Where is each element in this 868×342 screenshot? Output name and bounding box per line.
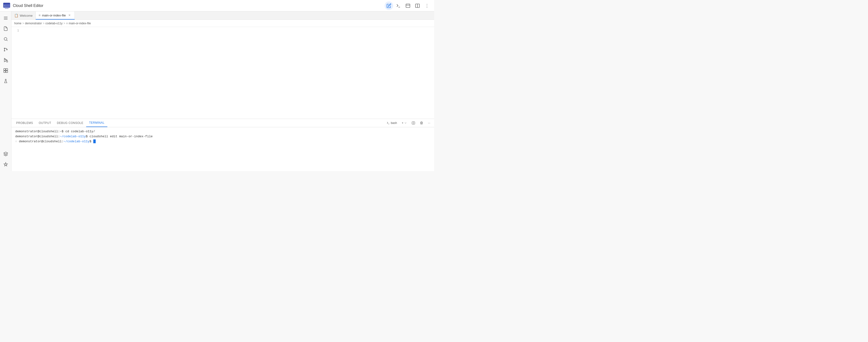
terminal-content[interactable]: demonstrator@cloudshell:~$ cd codelab-o1… xyxy=(11,127,434,171)
terminal-cursor xyxy=(93,139,96,143)
tab-bar: 📋 Welcome ≡ main-or-index-file ✕ xyxy=(11,11,434,20)
testing-button[interactable] xyxy=(1,76,10,86)
source-control-icon xyxy=(3,47,8,52)
svg-rect-2 xyxy=(5,8,8,9)
app-logo: >_ xyxy=(3,2,10,9)
ai-icon xyxy=(3,162,8,167)
svg-rect-5 xyxy=(406,4,410,7)
breadcrumb-demonstrator[interactable]: demonstrator xyxy=(25,22,42,25)
edit-mode-button[interactable] xyxy=(384,1,393,10)
terminal-prompt-2b: $ xyxy=(86,135,90,138)
file-tab-label: main-or-index-file xyxy=(42,13,66,17)
terminal-shell-indicator: bash xyxy=(384,121,399,125)
svg-point-19 xyxy=(6,60,8,62)
tab-main-or-index-file[interactable]: ≡ main-or-index-file ✕ xyxy=(36,11,75,20)
panel-tab-actions: bash + xyxy=(384,121,432,125)
panel-tab-terminal[interactable]: TERMINAL xyxy=(86,119,107,127)
breadcrumb-sep-3: > xyxy=(64,22,65,25)
preview-button[interactable] xyxy=(404,1,412,10)
editor-area: 📋 Welcome ≡ main-or-index-file ✕ home > … xyxy=(11,11,434,171)
terminal-line-1: demonstrator@cloudshell:~$ cd codelab-o1… xyxy=(15,129,430,134)
more-terminal-icon: ··· xyxy=(428,121,430,125)
breadcrumb-home[interactable]: home xyxy=(14,22,22,25)
breadcrumb-file[interactable]: main-or-index-file xyxy=(69,22,91,25)
run-debug-button[interactable] xyxy=(1,55,10,65)
svg-line-20 xyxy=(7,62,8,62)
remote-button[interactable] xyxy=(1,149,10,159)
flask-icon xyxy=(3,79,8,83)
breadcrumb-file-icon: ≡ xyxy=(66,22,68,25)
files-icon xyxy=(3,26,8,31)
terminal-prompt-3a: demonstrator@cloudshell: xyxy=(17,140,64,143)
panel-tab-problems[interactable]: PROBLEMS xyxy=(13,119,36,127)
extensions-button[interactable] xyxy=(1,66,10,75)
terminal-command-2: cloudshell edit main-or-index-file xyxy=(90,135,153,138)
split-button[interactable] xyxy=(413,1,422,10)
extensions-icon xyxy=(3,68,8,73)
split-icon xyxy=(415,3,420,8)
terminal-shell-icon xyxy=(386,121,390,125)
source-control-button[interactable] xyxy=(1,45,10,54)
terminal-prompt-2a: demonstrator@cloudshell: xyxy=(15,135,60,138)
remote-icon xyxy=(3,151,8,156)
title-bar: >_ Cloud Shell Editor xyxy=(0,0,434,11)
menu-button[interactable] xyxy=(1,13,10,23)
menu-icon xyxy=(3,16,8,21)
terminal-line-3: ○ demonstrator@cloudshell:~/codelab-o11y… xyxy=(15,139,430,144)
svg-rect-22 xyxy=(6,69,8,70)
svg-point-15 xyxy=(4,50,5,51)
search-icon xyxy=(3,37,8,41)
split-terminal-button[interactable] xyxy=(410,121,417,125)
breadcrumb-codelab[interactable]: codelab-o11y xyxy=(45,22,63,25)
terminal-path-2: ~/codelab-o11y xyxy=(60,135,86,138)
trash-icon xyxy=(420,121,423,125)
ai-button[interactable] xyxy=(1,160,10,169)
svg-text:>_: >_ xyxy=(4,5,6,7)
terminal-button[interactable] xyxy=(394,1,403,10)
kill-terminal-button[interactable] xyxy=(418,121,425,125)
chevron-down-icon xyxy=(404,121,407,124)
line-number-1: 1 xyxy=(13,29,19,32)
terminal-prompt-1: demonstrator@cloudshell:~$ xyxy=(15,130,65,133)
preview-icon xyxy=(406,3,410,8)
terminal-command-1: cd codelab-o11y/ xyxy=(65,130,95,133)
terminal-line-2: demonstrator@cloudshell:~/codelab-o11y$ … xyxy=(15,134,430,139)
pencil-icon xyxy=(386,3,391,8)
editor-content: 1 xyxy=(11,27,434,119)
panel-tabs: PROBLEMS OUTPUT DEBUG CONSOLE TERMINAL xyxy=(11,119,434,127)
terminal-path-3: ~/codelab-o11y xyxy=(64,140,90,143)
svg-rect-1 xyxy=(3,3,10,4)
svg-marker-17 xyxy=(4,58,7,62)
more-options-icon: ⋮ xyxy=(425,3,429,8)
svg-rect-24 xyxy=(6,71,8,73)
search-button[interactable] xyxy=(1,34,10,44)
code-editor[interactable] xyxy=(21,27,434,119)
split-terminal-icon xyxy=(412,121,415,125)
main-layout: 📋 Welcome ≡ main-or-index-file ✕ home > … xyxy=(0,11,434,171)
title-bar-actions: ⋮ xyxy=(384,1,431,10)
panel-tab-output[interactable]: OUTPUT xyxy=(36,119,54,127)
add-terminal-icon: + xyxy=(402,121,403,125)
tab-welcome[interactable]: 📋 Welcome xyxy=(11,11,36,20)
terminal-prompt-3b: $ xyxy=(90,140,93,143)
svg-point-12 xyxy=(4,37,7,40)
explorer-button[interactable] xyxy=(1,24,10,33)
app-title: Cloud Shell Editor xyxy=(13,4,384,8)
file-tab-icon: ≡ xyxy=(38,13,40,17)
shell-label: bash xyxy=(391,121,397,125)
terminal-icon xyxy=(396,3,401,8)
more-options-button[interactable]: ⋮ xyxy=(423,1,431,10)
svg-line-13 xyxy=(6,40,7,41)
breadcrumb-sep-1: > xyxy=(22,22,24,25)
svg-rect-23 xyxy=(4,71,5,73)
add-terminal-button[interactable]: + xyxy=(400,121,409,125)
more-terminal-button[interactable]: ··· xyxy=(426,121,432,125)
svg-rect-21 xyxy=(4,69,5,70)
breadcrumb-sep-2: > xyxy=(43,22,44,25)
activity-bar xyxy=(0,11,11,171)
terminal-circle-icon: ○ xyxy=(15,140,17,143)
panel: PROBLEMS OUTPUT DEBUG CONSOLE TERMINAL xyxy=(11,119,434,171)
welcome-tab-icon: 📋 xyxy=(14,13,18,18)
tab-close-button[interactable]: ✕ xyxy=(67,13,72,18)
panel-tab-debug-console[interactable]: DEBUG CONSOLE xyxy=(54,119,86,127)
